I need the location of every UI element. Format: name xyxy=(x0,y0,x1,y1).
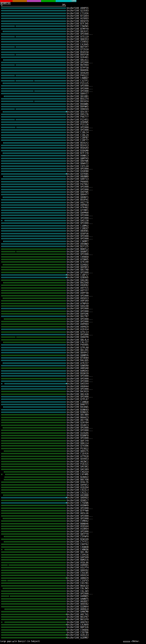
hit-alignment-bar[interactable] xyxy=(1,572,66,574)
hit-alignment-bar[interactable] xyxy=(1,222,66,224)
hit-label[interactable]: UniRef100_C1BL29 xyxy=(67,134,89,136)
hit-label[interactable]: UniRef100_B6H4Z3 xyxy=(67,416,89,419)
hit-alignment-bar[interactable] xyxy=(1,49,66,50)
hit-label[interactable]: UniRef100_C1BMV2 xyxy=(67,224,89,227)
hit-label[interactable]: UniRef100_C71X56 xyxy=(67,12,89,14)
hit-alignment-bar[interactable] xyxy=(1,606,66,607)
hit-alignment-bar[interactable] xyxy=(1,41,66,42)
hit-alignment-bar[interactable] xyxy=(1,578,66,579)
hit-alignment-bar[interactable] xyxy=(1,464,66,465)
hit-label[interactable]: UniRef100_Q4FWT2 xyxy=(67,484,89,486)
hit-label[interactable]: UniRef100_Q68NT2 xyxy=(67,250,89,253)
hit-alignment-bar[interactable] xyxy=(1,93,66,94)
hit-alignment-bar[interactable] xyxy=(3,197,66,198)
hit-label[interactable]: UniRef100_UPI000... xyxy=(67,186,93,188)
hit-alignment-bar[interactable] xyxy=(3,111,66,112)
hit-label[interactable]: UniRef100_Q8L4L4 xyxy=(67,338,89,341)
hit-label[interactable]: UniRef100_A41B88 xyxy=(67,494,89,496)
hit-alignment-bar[interactable] xyxy=(1,492,66,493)
hit-alignment-bar[interactable] xyxy=(4,622,66,623)
hit-alignment-bar[interactable] xyxy=(1,116,66,118)
hit-alignment-bar[interactable] xyxy=(1,634,66,636)
hit-label[interactable]: UniRef100_C1GFV3 xyxy=(67,579,89,582)
hit-label[interactable]: UniRef100_B5UFH1 xyxy=(67,198,89,201)
hit-alignment-bar[interactable] xyxy=(1,212,66,213)
hit-label[interactable]: UniRef100_A67796 xyxy=(67,419,89,421)
hit-alignment-bar[interactable] xyxy=(5,474,66,475)
hit-label[interactable]: UniRef100_B61FR7 xyxy=(67,616,89,618)
hit-label[interactable]: UniRef100_C4Q2G4 xyxy=(67,470,89,473)
hit-alignment-bar[interactable] xyxy=(1,122,66,123)
hit-alignment-bar[interactable] xyxy=(1,526,66,527)
hit-label[interactable]: UniRef100_C59EU2 xyxy=(67,40,89,43)
hit-label[interactable]: UniRef100_A9SNW3 xyxy=(67,242,89,245)
hit-alignment-bar[interactable] xyxy=(1,432,66,434)
hit-label[interactable]: UniRef100_A9PBZ9 xyxy=(67,326,89,328)
hit-alignment-bar[interactable] xyxy=(1,274,66,276)
hit-alignment-bar[interactable] xyxy=(1,72,66,74)
hit-alignment-bar[interactable] xyxy=(1,531,66,532)
hit-alignment-bar[interactable] xyxy=(1,272,66,273)
hit-label[interactable]: UniRef100_A6UDE7 xyxy=(67,600,89,603)
hit-label[interactable]: UniRef100_A7QWV5 xyxy=(67,258,89,261)
hit-alignment-bar[interactable] xyxy=(1,598,66,600)
hit-alignment-bar[interactable] xyxy=(1,458,66,460)
hit-label[interactable]: UniRef100_B9XWN5 xyxy=(67,103,89,105)
hit-alignment-bar[interactable] xyxy=(1,52,66,53)
hit-alignment-bar[interactable] xyxy=(1,425,66,426)
hit-label[interactable]: UniRef100_A0AT63 xyxy=(67,621,89,624)
hit-label[interactable]: UniRef100_Q23593 xyxy=(67,9,89,12)
hit-alignment-bar[interactable] xyxy=(1,129,66,130)
hit-alignment-bar[interactable] xyxy=(1,295,66,296)
hit-label[interactable]: UniRef100_UPI000... xyxy=(67,437,93,439)
hit-alignment-bar[interactable] xyxy=(1,134,66,136)
hit-label[interactable]: UniRef100_B2Y1Z5 xyxy=(67,245,89,248)
hit-alignment-bar[interactable] xyxy=(1,559,66,560)
hit-label[interactable]: UniRef100_B7FJ78 xyxy=(67,152,89,154)
hit-label[interactable]: UniRef100_A9NKC3 xyxy=(67,154,89,157)
hit-label[interactable]: UniRef100_Q6H175 xyxy=(67,450,89,452)
hit-alignment-bar[interactable] xyxy=(1,528,66,529)
hit-alignment-bar[interactable] xyxy=(1,326,66,327)
hit-alignment-bar[interactable] xyxy=(1,336,66,338)
hit-label[interactable]: UniRef100_B4LQQ5 xyxy=(67,359,89,362)
hit-label[interactable]: UniRef100_A3LPT4 xyxy=(67,566,89,569)
hit-alignment-bar[interactable] xyxy=(1,453,66,454)
hit-label[interactable]: UniRef100_C4NKD6 xyxy=(67,548,89,551)
hit-label[interactable]: UniRef100_Q3UEB0 xyxy=(67,170,89,172)
hit-alignment-bar[interactable] xyxy=(1,256,66,258)
hit-label[interactable]: UniRef100_P15125 xyxy=(67,82,89,84)
hit-label[interactable]: UniRef100_A8UEW1 xyxy=(67,230,89,232)
hit-label[interactable]: UniRef100_A7TR28 xyxy=(67,455,89,458)
hit-label[interactable]: UniRef100_P46777 xyxy=(67,116,89,118)
hit-label[interactable]: UniRef100_P09895 xyxy=(67,180,89,183)
hit-alignment-bar[interactable] xyxy=(3,342,66,343)
hit-label[interactable]: UniRef100_UPI000... xyxy=(67,530,93,533)
hit-alignment-bar[interactable] xyxy=(1,510,66,511)
hit-label[interactable]: UniRef100_Q4WNT5 xyxy=(67,598,89,600)
hit-label[interactable]: UniRef100_Q68353 xyxy=(67,38,89,40)
hit-label[interactable]: UniRef100_Q7YMP1 xyxy=(67,209,89,212)
hit-alignment-bar[interactable] xyxy=(1,564,66,566)
hit-label[interactable]: UniRef100_B4MZH3 xyxy=(67,370,89,372)
hit-alignment-bar[interactable] xyxy=(1,285,66,286)
hit-label[interactable]: UniRef100_UPI000... xyxy=(67,222,93,224)
hit-alignment-bar[interactable] xyxy=(1,127,66,128)
hit-alignment-bar[interactable] xyxy=(1,199,66,200)
hit-label[interactable]: UniRef100_A75119 xyxy=(67,36,89,38)
hit-label[interactable]: UniRef100_A5E644 xyxy=(67,525,89,528)
hit-label[interactable]: UniRef100_UPI000... xyxy=(67,294,93,297)
hit-label[interactable]: UniRef100_UPI000... xyxy=(67,168,93,170)
hit-label[interactable]: UniRef100_Q8NMY6 xyxy=(67,354,89,356)
hit-alignment-bar[interactable] xyxy=(1,324,66,325)
hit-alignment-bar[interactable] xyxy=(1,339,66,340)
hit-label[interactable]: UniRef100_C4Y4M5 xyxy=(67,473,89,476)
hit-alignment-bar[interactable] xyxy=(1,171,66,172)
hit-label[interactable]: UniRef100_B9FWK5 xyxy=(67,105,89,108)
hit-label[interactable]: UniRef100_A9PF48 xyxy=(67,292,89,294)
hit-label[interactable]: UniRef100_Q4PM90 xyxy=(67,212,89,214)
hit-alignment-bar[interactable] xyxy=(1,36,66,37)
hit-label[interactable]: UniRef100_C6S7B1 xyxy=(67,582,89,584)
hit-label[interactable]: UniRef100_Q95276 xyxy=(67,113,89,116)
hit-alignment-bar[interactable] xyxy=(3,427,66,428)
